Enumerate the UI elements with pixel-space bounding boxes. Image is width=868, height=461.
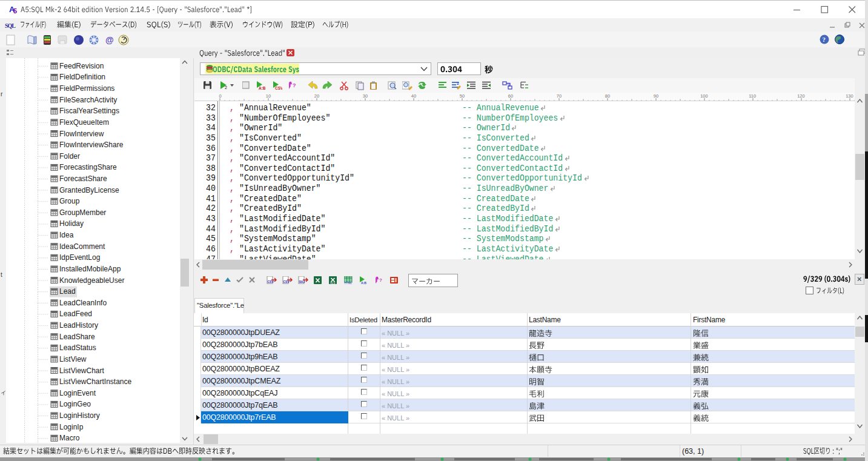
svg-text:30: 30 [363,93,368,99]
svg-text:XLS: XLS [330,282,336,284]
svg-text:100: 100 [700,93,708,99]
svg-text:CSV: CSV [275,86,282,90]
svg-text:CSV: CSV [268,280,274,284]
svg-text:60: 60 [508,93,513,99]
svg-text:130: 130 [846,93,853,99]
svg-text:?: ? [379,277,382,283]
svg-text:@: @ [105,35,114,45]
svg-text:CSV: CSV [283,280,290,284]
svg-text:?: ? [823,36,826,43]
svg-text:110: 110 [749,93,756,99]
svg-text:10: 10 [266,93,271,99]
svg-text:g: g [508,82,510,87]
svg-text:80: 80 [605,93,610,99]
svg-text:70: 70 [557,93,562,99]
svg-text:0: 0 [219,93,221,99]
svg-text:HTML: HTML [345,282,353,284]
svg-text:40: 40 [411,93,416,99]
svg-text:20: 20 [314,93,319,99]
svg-text:A:B: A:B [259,86,266,90]
svg-text:2: 2 [457,81,459,85]
svg-text:2: 2 [225,85,227,90]
svg-text:SQL: SQL [5,22,16,29]
svg-text:SHJ: SHJ [299,280,305,284]
svg-text:?: ? [293,82,296,88]
svg-text:90: 90 [654,93,658,99]
svg-text:5: 5 [13,7,17,14]
svg-text:A:B: A:B [361,281,366,284]
svg-text:120: 120 [797,93,805,99]
svg-text:50: 50 [460,93,465,99]
